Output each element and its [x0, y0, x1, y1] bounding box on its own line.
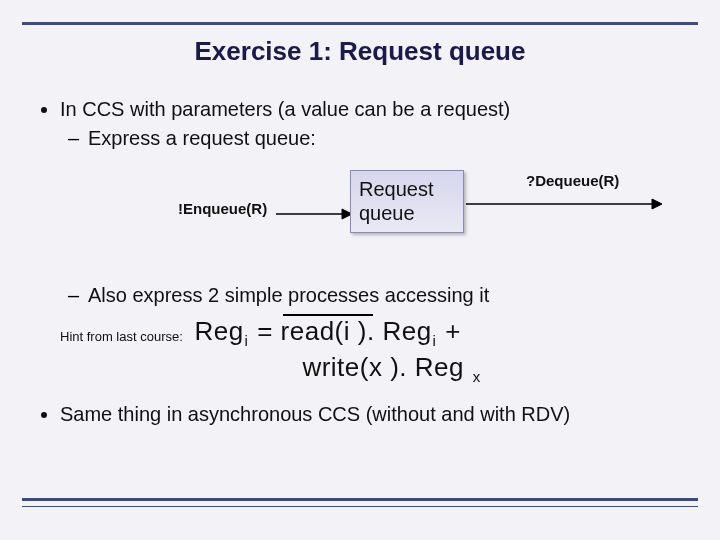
bottom-thin-rule	[22, 506, 698, 507]
arrow-right-icon	[464, 184, 664, 224]
request-queue-box: Request queue	[350, 170, 464, 233]
bullet-1-1: Express a request queue: !Enqueue(R) Req…	[88, 127, 692, 274]
f-plus: +	[437, 316, 460, 346]
formula-line2: write(x ). Reg x	[194, 351, 481, 387]
bullet-1-2-text: Also express 2 simple processes accessin…	[88, 284, 489, 306]
f-sub-x: x	[473, 368, 481, 385]
bullet-list-level2: Express a request queue: !Enqueue(R) Req…	[60, 127, 692, 307]
f-sub-i1: i	[245, 332, 249, 349]
hint-label: Hint from last course:	[60, 329, 183, 344]
box-line1: Request	[359, 178, 434, 200]
f-read-overline: read(i ).	[281, 315, 375, 348]
bottom-rule	[22, 498, 698, 501]
bullet-list-level1: In CCS with parameters (a value can be a…	[36, 98, 692, 426]
bullet-1: In CCS with parameters (a value can be a…	[60, 98, 692, 387]
f-reg1: Reg	[194, 316, 243, 346]
dequeue-label: ?Dequeue(R)	[526, 172, 619, 189]
f-sp3	[464, 352, 472, 382]
bullet-1-2: Also express 2 simple processes accessin…	[88, 284, 692, 307]
hint-row: Hint from last course: Regi = read(i ). …	[60, 315, 692, 387]
bullet-2: Same thing in asynchronous CCS (without …	[60, 403, 692, 426]
f-write: write(x ).	[302, 352, 407, 382]
bullet-2-text: Same thing in asynchronous CCS (without …	[60, 403, 570, 425]
svg-marker-3	[652, 199, 662, 209]
f-reg2: Reg	[382, 316, 431, 346]
formula: Regi = read(i ). Regi + write(x ). Reg x	[194, 315, 481, 387]
enqueue-label: !Enqueue(R)	[178, 200, 267, 217]
bullet-1-1-text: Express a request queue:	[88, 127, 316, 149]
diagram: !Enqueue(R) Request queue	[88, 164, 692, 274]
f-sp2	[407, 352, 415, 382]
slide: Exercise 1: Request queue In CCS with pa…	[0, 0, 720, 540]
f-sub-i2: i	[433, 332, 437, 349]
top-rule	[22, 22, 698, 25]
f-reg3: Reg	[415, 352, 464, 382]
slide-body: In CCS with parameters (a value can be a…	[36, 98, 692, 430]
box-line2: queue	[359, 202, 415, 224]
arrow-left-icon	[274, 202, 354, 226]
bullet-1-text: In CCS with parameters (a value can be a…	[60, 98, 510, 120]
f-read: read(i ).	[281, 316, 375, 346]
slide-title: Exercise 1: Request queue	[0, 36, 720, 67]
f-eq: =	[249, 316, 280, 346]
